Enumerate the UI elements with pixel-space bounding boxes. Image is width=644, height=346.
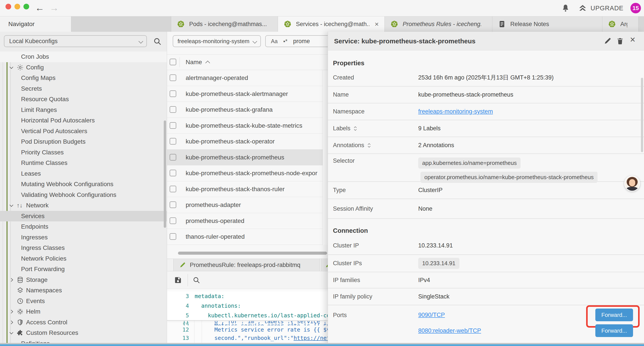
row-checkbox[interactable] (170, 217, 176, 224)
table-row[interactable]: kube-prometheus-stack-kube-state-metrics (167, 118, 328, 134)
list-vertical-scrollbar[interactable] (323, 70, 328, 245)
table-row[interactable]: prometheus-operated (167, 213, 328, 229)
maximize-window-button[interactable] (24, 4, 29, 9)
expand-chevron-icon[interactable] (10, 321, 13, 324)
close-window-button[interactable] (6, 4, 11, 9)
row-checkbox[interactable] (170, 74, 176, 81)
expand-chevron-icon[interactable] (10, 172, 13, 175)
sidebar-item[interactable]: Custom Resources (0, 328, 167, 338)
sidebar-item[interactable]: Mutating Webhook Configurations (0, 179, 167, 190)
sidebar-item[interactable]: Cron Jobs (0, 51, 167, 62)
sidebar-item[interactable]: Port Forwarding (0, 264, 167, 275)
row-checkbox[interactable] (170, 233, 176, 240)
table-row[interactable]: kube-prometheus-stack-prometheus (167, 150, 328, 166)
expand-chevron-icon[interactable] (10, 151, 13, 154)
upgrade-icon[interactable] (578, 4, 587, 12)
sidebar-scrollbar[interactable] (164, 120, 166, 228)
sidebar-item[interactable]: Config (0, 62, 167, 73)
user-avatar[interactable] (624, 176, 640, 191)
edit-icon[interactable] (604, 37, 612, 45)
expand-chevron-icon[interactable] (10, 55, 13, 58)
table-row[interactable]: kube-prometheus-stack-thanos-ruler (167, 181, 328, 197)
sidebar-item[interactable]: Runtime Classes (0, 158, 167, 168)
expand-chevron-icon[interactable] (10, 331, 13, 335)
sidebar-item[interactable]: Ingress Classes (0, 243, 167, 253)
expand-chevron-icon[interactable] (10, 267, 13, 271)
expand-chevron-icon[interactable] (10, 108, 13, 112)
back-button[interactable]: ← (35, 2, 44, 14)
table-row[interactable]: kube-prometheus-stack-alertmanager (167, 86, 328, 102)
row-checkbox[interactable] (170, 201, 176, 208)
expand-chevron-icon[interactable] (10, 97, 13, 101)
expand-chevron-icon[interactable] (10, 257, 13, 260)
sidebar-item[interactable]: Services (0, 211, 167, 222)
row-checkbox[interactable] (170, 138, 176, 145)
namespace-filter-select[interactable]: freeleaps-monitoring-system (173, 35, 261, 47)
sidebar-item[interactable]: Access Control (0, 317, 167, 328)
cluster-tab[interactable]: Pods - icecheng@mathmas... (171, 16, 278, 32)
table-row[interactable]: kube-prometheus-stack-prometheus-node-ex… (167, 165, 328, 181)
expand-chevron-icon[interactable] (10, 87, 13, 90)
expand-chevron-icon[interactable] (10, 140, 13, 143)
row-checkbox[interactable] (170, 186, 176, 192)
row-checkbox[interactable] (170, 170, 176, 176)
expand-chevron-icon[interactable] (10, 119, 13, 122)
expand-collapse-icon[interactable] (353, 126, 358, 131)
select-all-checkbox[interactable] (170, 59, 176, 65)
expand-chevron-icon[interactable] (10, 246, 13, 250)
editor-tab-prometheusrule[interactable]: PrometheusRule: freeleaps-prod-rabbitmq (174, 259, 320, 271)
expand-chevron-icon[interactable] (10, 129, 13, 133)
sidebar-item[interactable]: Pod Disruption Budgets (0, 136, 167, 147)
sidebar-item[interactable]: Helm (0, 306, 167, 317)
cluster-tab[interactable]: Release Notes (492, 16, 602, 32)
sidebar-item[interactable]: Validating Webhook Configurations (0, 190, 167, 200)
sidebar-item[interactable]: Leases (0, 168, 167, 179)
sidebar-item[interactable]: Ingresses (0, 232, 167, 243)
kubeconfig-selector[interactable]: Local Kubeconfigs (4, 35, 147, 47)
sidebar-item[interactable]: Resource Quotas (0, 94, 167, 105)
expand-chevron-icon[interactable] (10, 299, 13, 303)
port-link[interactable]: 8080:reloader-web/TCP (418, 327, 481, 334)
sidebar-item[interactable]: ↑↓ Network (0, 200, 167, 211)
annotations-label[interactable]: Annotations (328, 142, 418, 149)
editor-search-icon[interactable] (192, 276, 200, 284)
namespace-link[interactable]: freeleaps-monitoring-system (418, 108, 493, 115)
sidebar-item[interactable]: Secrets (0, 83, 167, 94)
regex-icon[interactable]: ▪* (284, 38, 288, 44)
expand-chevron-icon[interactable] (10, 193, 13, 197)
close-tab-icon[interactable]: × (374, 20, 379, 28)
cluster-tab[interactable]: Services - icecheng@math... × (278, 16, 385, 32)
list-horizontal-scrollbar[interactable] (178, 252, 327, 255)
row-checkbox[interactable] (170, 122, 176, 129)
delete-trash-icon[interactable] (616, 37, 624, 45)
sidebar-item[interactable]: Config Maps (0, 73, 167, 83)
forward-button[interactable]: Forward... (595, 309, 633, 321)
yaml-editor[interactable]: 11 o","for":"1m","labels":{"service":"12… (167, 289, 328, 346)
sidebar-item[interactable]: Namespaces (0, 285, 167, 296)
expand-chevron-icon[interactable] (10, 204, 13, 207)
match-case-icon[interactable]: Aa (271, 38, 278, 44)
sidebar-item[interactable]: Events (0, 296, 167, 307)
expand-chevron-icon[interactable] (10, 225, 13, 228)
upgrade-button[interactable]: UPGRADE (590, 4, 624, 12)
cluster-tab[interactable]: Argo Se (602, 16, 638, 32)
sidebar-item[interactable]: Priority Classes (0, 147, 167, 158)
labels-label[interactable]: Labels (328, 125, 418, 132)
table-row[interactable]: alertmanager-operated (167, 70, 328, 86)
expand-chevron-icon[interactable] (10, 289, 13, 292)
list-search-input[interactable]: Aa ▪* prome (265, 35, 328, 47)
forward-button[interactable]: → (50, 2, 59, 14)
expand-collapse-icon[interactable] (367, 143, 371, 148)
expand-chevron-icon[interactable] (10, 214, 13, 218)
name-column-header[interactable]: Name (186, 54, 209, 70)
forward-button[interactable]: Forward... (595, 324, 633, 337)
expand-chevron-icon[interactable] (10, 66, 13, 69)
expand-chevron-icon[interactable] (10, 76, 13, 80)
sidebar-item[interactable]: Storage (0, 275, 167, 285)
detail-scrollbar[interactable] (641, 78, 643, 152)
notifications-bell-icon[interactable] (561, 4, 570, 12)
expand-chevron-icon[interactable] (10, 278, 13, 282)
cluster-tab[interactable]: Prometheus Rules - icecheng... (385, 16, 492, 32)
table-row[interactable]: prometheus-adapter (167, 197, 328, 213)
minimize-window-button[interactable] (14, 4, 20, 9)
